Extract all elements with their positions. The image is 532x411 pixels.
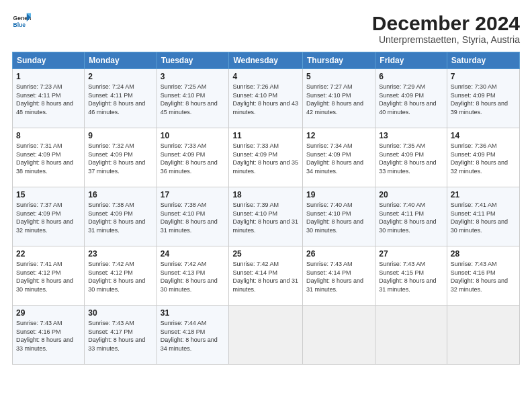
day-number: 12 [306,131,371,140]
header: General Blue December 2024 Unterpremstae… [12,12,520,45]
col-tuesday: Tuesday [157,52,229,69]
calendar-cell: 14 Sunrise: 7:36 AMSunset: 4:09 PMDaylig… [447,128,519,187]
day-number: 15 [16,190,81,199]
calendar-cell: 26 Sunrise: 7:43 AMSunset: 4:14 PMDaylig… [303,246,375,306]
calendar-cell: 31 Sunrise: 7:44 AMSunset: 4:18 PMDaylig… [157,306,229,365]
calendar-week-row: 8 Sunrise: 7:31 AMSunset: 4:09 PMDayligh… [13,128,520,187]
day-info: Sunrise: 7:31 AMSunset: 4:09 PMDaylight:… [16,142,73,175]
calendar-page: General Blue December 2024 Unterpremstae… [0,0,532,411]
logo-icon: General Blue [12,12,31,31]
day-number: 1 [16,72,81,81]
day-number: 3 [161,72,226,81]
day-number: 31 [161,308,226,318]
day-info: Sunrise: 7:43 AMSunset: 4:16 PMDaylight:… [16,320,73,352]
calendar-cell [447,306,519,365]
day-number: 13 [379,131,443,140]
calendar-cell: 10 Sunrise: 7:33 AMSunset: 4:09 PMDaylig… [157,128,229,187]
day-info: Sunrise: 7:23 AMSunset: 4:11 PMDaylight:… [16,83,73,116]
day-info: Sunrise: 7:36 AMSunset: 4:09 PMDaylight:… [451,142,508,175]
day-info: Sunrise: 7:42 AMSunset: 4:12 PMDaylight:… [88,261,145,293]
day-info: Sunrise: 7:34 AMSunset: 4:09 PMDaylight:… [306,142,363,175]
calendar-cell: 24 Sunrise: 7:42 AMSunset: 4:13 PMDaylig… [157,246,229,306]
calendar-week-row: 15 Sunrise: 7:37 AMSunset: 4:09 PMDaylig… [13,187,520,246]
day-number: 23 [88,249,152,259]
svg-text:Blue: Blue [13,21,26,28]
calendar-cell: 8 Sunrise: 7:31 AMSunset: 4:09 PMDayligh… [13,128,85,187]
calendar-cell: 12 Sunrise: 7:34 AMSunset: 4:09 PMDaylig… [303,128,375,187]
day-number: 29 [16,308,81,318]
day-info: Sunrise: 7:40 AMSunset: 4:11 PMDaylight:… [379,201,436,234]
calendar-cell: 16 Sunrise: 7:38 AMSunset: 4:09 PMDaylig… [85,187,157,246]
calendar-cell: 17 Sunrise: 7:38 AMSunset: 4:10 PMDaylig… [157,187,229,246]
day-info: Sunrise: 7:25 AMSunset: 4:10 PMDaylight:… [161,83,218,116]
day-info: Sunrise: 7:43 AMSunset: 4:17 PMDaylight:… [88,320,145,352]
calendar-week-row: 22 Sunrise: 7:41 AMSunset: 4:12 PMDaylig… [13,246,520,306]
calendar-cell: 13 Sunrise: 7:35 AMSunset: 4:09 PMDaylig… [375,128,447,187]
calendar-cell: 29 Sunrise: 7:43 AMSunset: 4:16 PMDaylig… [13,306,85,365]
calendar-cell: 20 Sunrise: 7:40 AMSunset: 4:11 PMDaylig… [375,187,447,246]
day-number: 25 [232,249,299,259]
day-info: Sunrise: 7:37 AMSunset: 4:09 PMDaylight:… [16,201,73,234]
calendar-cell: 2 Sunrise: 7:24 AMSunset: 4:11 PMDayligh… [85,69,157,128]
calendar-cell: 5 Sunrise: 7:27 AMSunset: 4:10 PMDayligh… [303,69,375,128]
col-monday: Monday [85,52,157,69]
day-info: Sunrise: 7:41 AMSunset: 4:11 PMDaylight:… [451,201,508,234]
day-info: Sunrise: 7:43 AMSunset: 4:15 PMDaylight:… [379,261,436,293]
calendar-week-row: 29 Sunrise: 7:43 AMSunset: 4:16 PMDaylig… [13,306,520,365]
calendar-table: Sunday Monday Tuesday Wednesday Thursday… [12,52,520,365]
day-info: Sunrise: 7:29 AMSunset: 4:09 PMDaylight:… [379,83,436,116]
day-info: Sunrise: 7:33 AMSunset: 4:09 PMDaylight:… [161,142,218,175]
day-number: 24 [161,249,226,259]
day-info: Sunrise: 7:32 AMSunset: 4:09 PMDaylight:… [88,142,145,175]
day-number: 6 [379,72,443,81]
day-info: Sunrise: 7:44 AMSunset: 4:18 PMDaylight:… [161,320,218,352]
col-thursday: Thursday [303,52,375,69]
day-number: 2 [88,72,152,81]
subtitle: Unterpremstaetten, Styria, Austria [372,34,520,45]
day-info: Sunrise: 7:41 AMSunset: 4:12 PMDaylight:… [16,261,73,293]
day-info: Sunrise: 7:26 AMSunset: 4:10 PMDaylight:… [232,83,298,116]
day-number: 9 [88,131,152,140]
day-number: 10 [161,131,226,140]
title-block: December 2024 Unterpremstaetten, Styria,… [372,12,520,45]
col-sunday: Sunday [13,52,85,69]
day-info: Sunrise: 7:24 AMSunset: 4:11 PMDaylight:… [88,83,145,116]
calendar-header-row: Sunday Monday Tuesday Wednesday Thursday… [13,52,520,69]
day-number: 19 [306,190,371,199]
calendar-week-row: 1 Sunrise: 7:23 AMSunset: 4:11 PMDayligh… [13,69,520,128]
calendar-cell: 1 Sunrise: 7:23 AMSunset: 4:11 PMDayligh… [13,69,85,128]
day-info: Sunrise: 7:27 AMSunset: 4:10 PMDaylight:… [306,83,363,116]
day-number: 26 [306,249,371,259]
day-number: 17 [161,190,226,199]
day-info: Sunrise: 7:33 AMSunset: 4:09 PMDaylight:… [232,142,298,175]
calendar-cell: 4 Sunrise: 7:26 AMSunset: 4:10 PMDayligh… [229,69,303,128]
day-number: 5 [306,72,371,81]
day-number: 4 [232,72,299,81]
day-info: Sunrise: 7:43 AMSunset: 4:14 PMDaylight:… [306,261,363,293]
calendar-cell: 11 Sunrise: 7:33 AMSunset: 4:09 PMDaylig… [229,128,303,187]
day-info: Sunrise: 7:42 AMSunset: 4:13 PMDaylight:… [161,261,218,293]
calendar-cell [375,306,447,365]
day-number: 16 [88,190,152,199]
day-number: 14 [451,131,516,140]
day-info: Sunrise: 7:38 AMSunset: 4:10 PMDaylight:… [161,201,218,234]
day-info: Sunrise: 7:38 AMSunset: 4:09 PMDaylight:… [88,201,145,234]
calendar-cell: 15 Sunrise: 7:37 AMSunset: 4:09 PMDaylig… [13,187,85,246]
calendar-cell [229,306,303,365]
calendar-cell: 3 Sunrise: 7:25 AMSunset: 4:10 PMDayligh… [157,69,229,128]
main-title: December 2024 [372,12,520,34]
calendar-cell [303,306,375,365]
day-info: Sunrise: 7:42 AMSunset: 4:14 PMDaylight:… [232,261,298,293]
day-number: 18 [232,190,299,199]
calendar-cell: 7 Sunrise: 7:30 AMSunset: 4:09 PMDayligh… [447,69,519,128]
col-wednesday: Wednesday [229,52,303,69]
day-info: Sunrise: 7:39 AMSunset: 4:10 PMDaylight:… [232,201,298,234]
calendar-cell: 28 Sunrise: 7:43 AMSunset: 4:16 PMDaylig… [447,246,519,306]
calendar-cell: 22 Sunrise: 7:41 AMSunset: 4:12 PMDaylig… [13,246,85,306]
day-number: 22 [16,249,81,259]
calendar-cell: 19 Sunrise: 7:40 AMSunset: 4:10 PMDaylig… [303,187,375,246]
calendar-cell: 6 Sunrise: 7:29 AMSunset: 4:09 PMDayligh… [375,69,447,128]
col-saturday: Saturday [447,52,519,69]
calendar-cell: 18 Sunrise: 7:39 AMSunset: 4:10 PMDaylig… [229,187,303,246]
day-number: 11 [232,131,299,140]
